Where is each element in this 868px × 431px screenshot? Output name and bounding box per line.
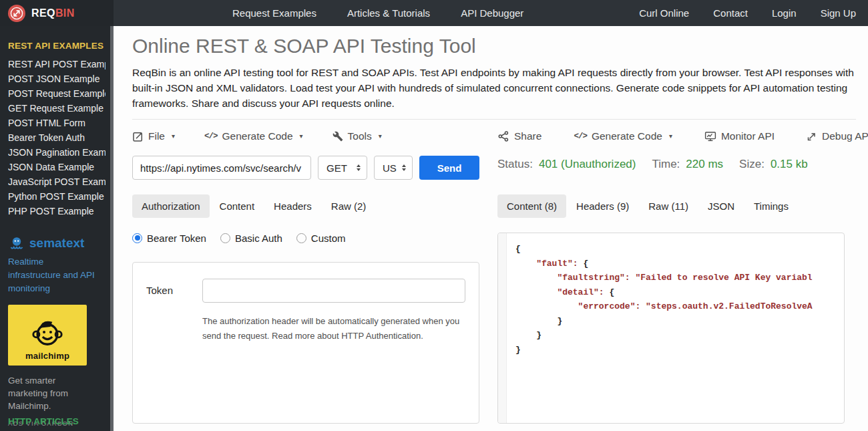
code-line: "faultstring": "Failed to resolve API Ke… xyxy=(515,271,844,285)
response-tab[interactable]: Raw (11) xyxy=(639,194,698,218)
response-gutter xyxy=(498,233,507,423)
brand-logo[interactable]: REQBIN xyxy=(0,0,114,26)
auth-radio[interactable]: Custom xyxy=(296,233,346,244)
main-menu-item[interactable]: API Debugger xyxy=(461,7,523,19)
sidebar-example-list: REST API POST ExamplPOST JSON ExamplePOS… xyxy=(8,57,105,219)
share-label: Share xyxy=(514,130,541,142)
token-panel: Token The authorization header will be a… xyxy=(132,262,479,424)
response-tab[interactable]: Content (8) xyxy=(497,194,566,218)
sidebar-example-link[interactable]: Python POST Example xyxy=(8,189,105,204)
sidebar-example-link[interactable]: PHP POST Example xyxy=(8,204,105,219)
file-menu-label: File xyxy=(148,130,165,142)
token-help-text: The authorization header will be automat… xyxy=(202,314,464,343)
secondary-menu-item[interactable]: Login xyxy=(772,7,797,19)
url-input[interactable] xyxy=(132,156,311,180)
method-value: GET xyxy=(327,162,347,174)
response-body-panel: { "fault": { "faultstring": "Failed to r… xyxy=(497,233,845,424)
content-divider xyxy=(132,119,856,120)
chevron-down-icon: ▾ xyxy=(172,133,175,140)
response-body: { "fault": { "faultstring": "Failed to r… xyxy=(507,233,844,423)
request-toolbar: File ▾ </> Generate Code ▾ Tools ▾ xyxy=(132,128,479,145)
main-menu: Request ExamplesArticles & TutorialsAPI … xyxy=(232,0,523,26)
token-field-label: Token xyxy=(146,279,202,407)
response-panel: Share </> Generate Code ▾ Monitor API xyxy=(497,128,845,424)
sponsor-name: sematext xyxy=(29,236,84,251)
chevron-down-icon: ▾ xyxy=(300,133,303,140)
response-generate-code-label: Generate Code xyxy=(592,130,662,142)
sponsor-tagline[interactable]: Realtime infrastructure and API monitori… xyxy=(8,255,97,295)
monitor-api-button[interactable]: Monitor API xyxy=(704,130,775,142)
debug-api-button[interactable]: Debug API xyxy=(807,130,868,142)
monitor-icon xyxy=(704,130,716,142)
sidebar-example-link[interactable]: Bearer Token Auth xyxy=(8,130,105,145)
request-tabs: AuthorizationContentHeadersRaw (2) xyxy=(132,194,479,218)
time-label: Time: xyxy=(652,158,680,171)
ad-text[interactable]: Get smarter marketing from Mailchimp. xyxy=(8,374,97,412)
auth-radio[interactable]: Bearer Token xyxy=(132,233,206,244)
sidebar-scrollbar[interactable] xyxy=(110,26,114,431)
main-menu-item[interactable]: Articles & Tutorials xyxy=(347,7,430,19)
share-button[interactable]: Share xyxy=(497,130,541,142)
sponsor-logo[interactable]: sematext xyxy=(8,236,105,251)
file-icon xyxy=(132,131,144,142)
auth-radio-label: Bearer Token xyxy=(147,233,206,244)
monitor-api-label: Monitor API xyxy=(721,130,775,142)
code-icon: </> xyxy=(204,132,218,141)
request-tab[interactable]: Headers xyxy=(264,194,321,218)
chevron-down-icon: ▾ xyxy=(669,133,672,140)
code-line: { xyxy=(515,242,844,257)
response-generate-code-button[interactable]: </> Generate Code ▾ xyxy=(574,130,672,142)
method-select[interactable]: GET xyxy=(318,156,367,180)
code-line: "errorcode": "steps.oauth.v2.FailedToRes… xyxy=(515,299,844,314)
chevron-down-icon: ▾ xyxy=(379,133,382,140)
reqbin-logo-icon xyxy=(8,5,25,22)
region-value: US xyxy=(383,162,397,174)
tools-menu-button[interactable]: Tools ▾ xyxy=(333,130,382,142)
request-tab[interactable]: Authorization xyxy=(132,194,210,218)
code-line: } xyxy=(515,343,844,357)
wrench-icon xyxy=(333,131,343,142)
sidebar-example-link[interactable]: JSON Pagination Examp xyxy=(8,145,105,160)
file-menu-button[interactable]: File ▾ xyxy=(132,130,175,142)
response-tab[interactable]: Headers (9) xyxy=(567,194,638,218)
region-select[interactable]: US xyxy=(374,156,413,180)
secondary-menu-item[interactable]: Curl Online xyxy=(639,7,689,19)
sidebar-example-link[interactable]: REST API POST Exampl xyxy=(8,57,105,71)
size-value: 0.15 kb xyxy=(771,158,808,171)
response-status-row: Status: 401 (Unauthorized) Time: 220 ms … xyxy=(497,156,845,173)
secondary-menu: Curl OnlineContactLoginSign Up xyxy=(639,0,856,26)
time-value: 220 ms xyxy=(686,158,723,171)
sponsor-block: sematext Realtime infrastructure and API… xyxy=(8,236,105,427)
sidebar-articles-title: HTTP ARTICLES xyxy=(8,416,79,426)
share-icon xyxy=(497,130,509,142)
size-label: Size: xyxy=(739,158,765,171)
sidebar-example-link[interactable]: JavaScript POST Examp xyxy=(8,174,105,189)
response-tab[interactable]: Timings xyxy=(744,194,798,218)
mailchimp-ad-banner[interactable]: mailchimp xyxy=(8,305,87,366)
mailchimp-ad-label: mailchimp xyxy=(25,351,69,361)
request-tab[interactable]: Raw (2) xyxy=(322,194,376,218)
secondary-menu-item[interactable]: Sign Up xyxy=(821,7,856,19)
send-button[interactable]: Send xyxy=(419,156,479,180)
request-generate-code-button[interactable]: </> Generate Code ▾ xyxy=(204,130,303,142)
debug-arrow-icon xyxy=(807,131,817,142)
sidebar-example-link[interactable]: JSON Data Example xyxy=(8,160,105,174)
main-menu-item[interactable]: Request Examples xyxy=(232,7,316,19)
code-icon: </> xyxy=(574,132,587,141)
sidebar-example-link[interactable]: POST JSON Example xyxy=(8,71,105,86)
select-stepper-icon xyxy=(357,164,361,171)
sidebar-example-link[interactable]: GET Request Example xyxy=(8,101,105,116)
secondary-menu-item[interactable]: Contact xyxy=(713,7,748,19)
status-value: 401 (Unauthorized) xyxy=(539,158,636,171)
select-stepper-icon xyxy=(402,164,406,171)
sidebar-example-link[interactable]: POST Request Example xyxy=(8,86,105,101)
sidebar-example-link[interactable]: POST HTML Form xyxy=(8,116,105,130)
request-tab[interactable]: Content xyxy=(210,194,264,218)
token-input[interactable] xyxy=(202,279,465,303)
debug-api-label: Debug API xyxy=(822,130,868,142)
request-url-row: GET US Send xyxy=(132,156,479,180)
response-tab[interactable]: JSON xyxy=(698,194,744,218)
page-title: Online REST & SOAP API Testing Tool xyxy=(132,33,856,59)
auth-radio[interactable]: Basic Auth xyxy=(220,233,282,244)
radio-icon xyxy=(132,233,142,243)
